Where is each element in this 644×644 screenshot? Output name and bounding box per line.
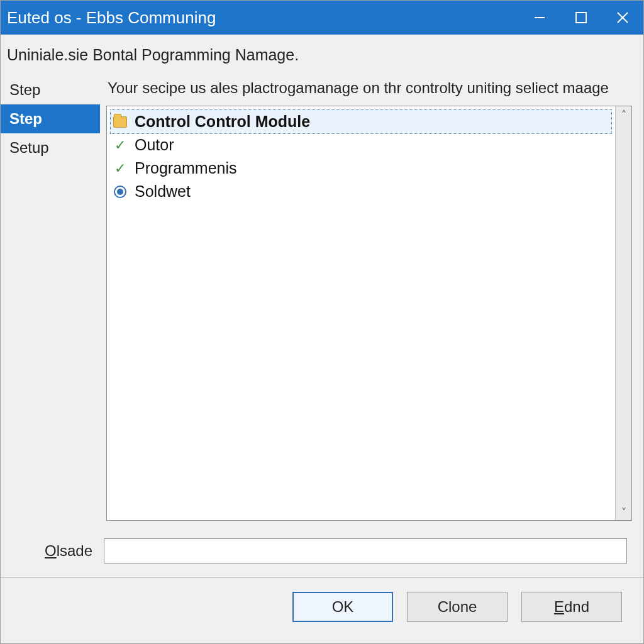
ok-button[interactable]: OK (292, 592, 393, 622)
list-item[interactable]: ✓ Outor (111, 133, 611, 157)
clone-button[interactable]: Clone (407, 592, 508, 622)
sidebar-item-step-2[interactable]: Step (1, 104, 100, 133)
module-list: Control Control Module ✓ Outor ✓ Program… (107, 106, 615, 520)
svg-rect-1 (576, 13, 586, 23)
list-item[interactable]: ✓ Programmenis (111, 157, 611, 180)
sidebar-item-step-1[interactable]: Step (1, 75, 100, 104)
olsade-input[interactable] (104, 538, 627, 564)
olsade-label: Olsade (45, 542, 92, 560)
check-icon: ✓ (112, 160, 128, 177)
list-item-label: Control Control Module (135, 113, 310, 131)
scroll-up-icon[interactable]: ˄ (617, 108, 631, 121)
minimize-button[interactable] (519, 1, 560, 35)
titlebar[interactable]: Euted os - Ebbs Communing (1, 1, 643, 35)
dialog-button-row: OK Clone Ednd (1, 578, 643, 643)
module-listbox[interactable]: Control Control Module ✓ Outor ✓ Program… (106, 106, 632, 521)
ednd-button[interactable]: Ednd (521, 592, 622, 622)
wizard-sidebar: Step Step Setup (1, 73, 100, 527)
content-panel: Your secipe us ales plactrogamanage on t… (100, 73, 643, 527)
app-window: Euted os - Ebbs Communing Uniniale.sie B… (0, 0, 644, 644)
list-item-label: Outor (135, 136, 174, 154)
sidebar-item-setup[interactable]: Setup (1, 133, 100, 162)
window-title: Euted os - Ebbs Communing (7, 8, 519, 28)
radio-checked-icon (112, 184, 128, 200)
vertical-scrollbar[interactable]: ˄ ˅ (615, 106, 631, 520)
scroll-down-icon[interactable]: ˅ (617, 505, 631, 519)
close-button[interactable] (602, 1, 643, 35)
list-item[interactable]: Control Control Module (111, 110, 611, 133)
check-icon: ✓ (112, 137, 128, 153)
list-item-label: Programmenis (135, 159, 237, 177)
page-header: Uniniale.sie Bontal Pogramming Namage. (1, 35, 643, 73)
middle-area: Step Step Setup Your secipe us ales plac… (1, 73, 643, 527)
bottom-field-row: Olsade (1, 527, 643, 570)
content-description: Your secipe us ales plactrogamanage on t… (106, 77, 632, 106)
list-item[interactable]: Soldwet (111, 180, 611, 203)
maximize-button[interactable] (560, 1, 602, 35)
folder-icon (112, 114, 128, 130)
list-item-label: Soldwet (135, 182, 191, 201)
